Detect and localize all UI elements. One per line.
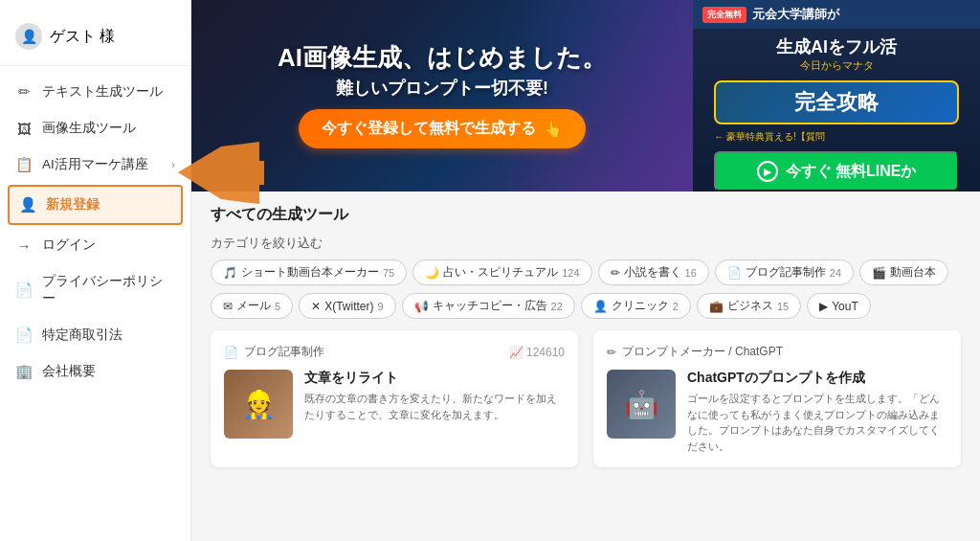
tag-label-8: クリニック [612,298,669,314]
tag-count-8: 2 [673,301,679,312]
sidebar-item-label-tokusho: 特定商取引法 [42,327,122,344]
tag-icon-3: 📄 [727,266,742,280]
tag-count-9: 15 [777,301,789,312]
ai-marketing-icon: 📋 [15,156,33,173]
card-category-icon-prompt-card: ✏ [607,346,616,359]
chevron-icon: › [171,158,175,171]
filter-tag-2[interactable]: ✏小説を書く16 [598,259,709,285]
filter-tag-7[interactable]: 📢キャッチコピー・広告22 [402,293,575,319]
sidebar-item-label-ai-marketing: AI活用マーケ講座 [42,156,148,173]
tag-icon-7: 📢 [414,300,429,313]
tag-icon-8: 👤 [593,300,608,313]
banner-register-button[interactable]: 今すぐ登録して無料で生成する 👆 [299,109,586,148]
banner-left: AI画像生成、はじめました。 難しいプロンプトー切不要! 今すぐ登録して無料で生… [191,0,693,192]
tag-count-5: 5 [275,301,280,312]
banner-arrow-text: ← 豪華特典貰える!【質問 [714,130,825,144]
card-count-blog-card: 📈124610 [509,346,565,359]
filter-tag-4[interactable]: 🎬動画台本 [859,259,948,285]
text-tool-icon: ✏ [15,83,33,101]
card-header-blog-card: 📄 ブログ記事制作 📈124610 [224,344,565,360]
banner-line-button[interactable]: ▶ 今すぐ 無料LINEか [714,151,959,192]
card-header-prompt-card: ✏ プロンプトメーカー / ChatGPT [607,344,947,360]
sidebar-item-ai-marketing[interactable]: 📋 AI活用マーケ講座 › [0,147,190,183]
sidebar-item-label-text-tool: テキスト生成ツール [42,83,163,101]
sidebar-item-login[interactable]: → ログイン [0,227,190,263]
sidebar-item-text-tool[interactable]: ✏ テキスト生成ツール [0,74,190,110]
banner-subtitle: 難しいプロンプトー切不要! [278,77,607,100]
register-icon: 👤 [19,196,36,214]
card-desc-blog-card: 既存の文章の書き方を変えたり、新たなワードを加えたりすることで、文章に変化を加え… [304,391,565,422]
sidebar-item-label-privacy: プライバシーポリシー [42,273,175,307]
banner-line-btn-label: 今すぐ 無料LINEか [786,162,917,182]
sidebar-item-image-tool[interactable]: 🖼 画像生成ツール [0,110,190,147]
card-title-prompt-card: ChatGPTのプロンプトを作成 [687,370,947,387]
sidebar-item-register[interactable]: 👤 新規登録 [8,185,183,225]
tag-icon-9: 💼 [709,300,724,313]
tag-icon-4: 🎬 [872,266,886,280]
tag-count-3: 24 [830,267,841,279]
filter-tag-1[interactable]: 🌙占い・スピリチュアル124 [412,259,591,285]
banner-right: 完全無料 元会大学講師が 生成AIをフル活 今日からマナタ 完全攻略 ← 豪華特… [693,0,980,192]
banner-btn-label: 今すぐ登録して無料で生成する [322,119,536,139]
tag-label-7: キャッチコピー・広告 [433,298,547,314]
play-icon: ▶ [757,161,778,182]
count-icon-blog-card: 📈 [509,346,523,359]
tag-label-9: ビジネス [727,298,773,314]
image-tool-icon: 🖼 [15,121,33,137]
sidebar-item-tokusho[interactable]: 📄 特定商取引法 [0,317,190,353]
card-desc-prompt-card: ゴールを設定するとプロンプトを生成します。「どんなに使っても私がうまく使えプロン… [687,391,947,454]
filter-tag-8[interactable]: 👤クリニック2 [581,293,691,319]
tag-label-5: メール [236,298,271,314]
company-icon: 🏢 [15,363,33,380]
tag-icon-1: 🌙 [425,266,439,280]
banner-kanzen: 完全攻略 [714,80,959,124]
tag-label-0: ショート動画台本メーカー [241,264,379,281]
sidebar-item-label-image-tool: 画像生成ツール [42,120,136,137]
tag-icon-6: ✕ [311,300,321,313]
card-body-blog-card: 👷 文章をリライト 既存の文章の書き方を変えたり、新たなワードを加えたりすること… [224,370,565,439]
card-category-label-prompt-card: プロンプトメーカー / ChatGPT [622,344,783,360]
hand-icon: 👆 [544,120,563,138]
card-category-prompt-card: ✏ プロンプトメーカー / ChatGPT [607,344,783,360]
card-category-blog-card: 📄 ブログ記事制作 [224,344,324,360]
privacy-icon: 📄 [15,282,33,299]
banner-ai-title: 生成AIをフル活 [776,36,897,58]
card-category-label-blog-card: ブログ記事制作 [244,344,324,360]
filter-tags-row1: 🎵ショート動画台本メーカー75🌙占い・スピリチュアル124✏小説を書く16📄ブロ… [211,259,961,285]
card-category-icon-blog-card: 📄 [224,346,238,359]
card-info-prompt-card: ChatGPTのプロンプトを作成 ゴールを設定するとプロンプトを生成します。「ど… [687,370,947,454]
main-content: AI画像生成、はじめました。 難しいプロンプトー切不要! 今すぐ登録して無料で生… [191,0,980,541]
card-thumb-blog-card: 👷 [224,370,293,439]
filter-tag-0[interactable]: 🎵ショート動画台本メーカー75 [211,259,407,285]
tag-label-10: YouT [832,300,858,313]
prompt-card: ✏ プロンプトメーカー / ChatGPT 🤖 ChatGPTのプロンプトを作成… [593,330,961,467]
tokusho-icon: 📄 [15,327,33,344]
username: ゲスト 様 [50,27,115,47]
filter-tag-5[interactable]: ✉メール5 [211,293,293,319]
tag-count-7: 22 [551,301,563,312]
card-thumb-prompt-card: 🤖 [607,370,676,439]
filter-tags-row2: ✉メール5✕X(Twitter)9📢キャッチコピー・広告22👤クリニック2💼ビジ… [211,293,961,319]
filter-tag-6[interactable]: ✕X(Twitter)9 [299,293,395,319]
tag-label-3: ブログ記事制作 [746,264,826,281]
filter-tag-9[interactable]: 💼ビジネス15 [697,293,801,319]
banner-arrow-row: ← 豪華特典貰える!【質問 [714,130,959,144]
content-area: すべての生成ツール カテゴリを絞り込む 🎵ショート動画台本メーカー75🌙占い・ス… [191,192,980,541]
banner-ai-subtitle: 今日からマナタ [800,58,874,73]
banner-top-text: 元会大学講師が [752,6,839,23]
filter-tag-3[interactable]: 📄ブログ記事制作24 [715,259,854,285]
login-icon: → [15,237,33,254]
sidebar-item-company[interactable]: 🏢 会社概要 [0,353,190,390]
banner-title: AI画像生成、はじめました。 [278,43,607,73]
sidebar: 👤 ゲスト 様 ✏ テキスト生成ツール 🖼 画像生成ツール 📋 AI活用マーケ講… [0,0,191,541]
sidebar-item-label-company: 会社概要 [42,363,96,380]
tag-label-2: 小説を書く [624,264,681,281]
tag-label-6: X(Twitter) [324,300,373,313]
tag-count-2: 16 [685,267,697,279]
sidebar-item-privacy[interactable]: 📄 プライバシーポリシー [0,263,190,317]
filter-tag-10[interactable]: ▶YouT [807,293,871,319]
blog-card: 📄 ブログ記事制作 📈124610 👷 文章をリライト 既存の文章の書き方を変え… [211,330,578,467]
sidebar-item-label-register: 新規登録 [46,196,100,214]
card-info-blog-card: 文章をリライト 既存の文章の書き方を変えたり、新たなワードを加えたりすることで、… [304,370,565,439]
tag-label-4: 動画台本 [890,264,936,281]
